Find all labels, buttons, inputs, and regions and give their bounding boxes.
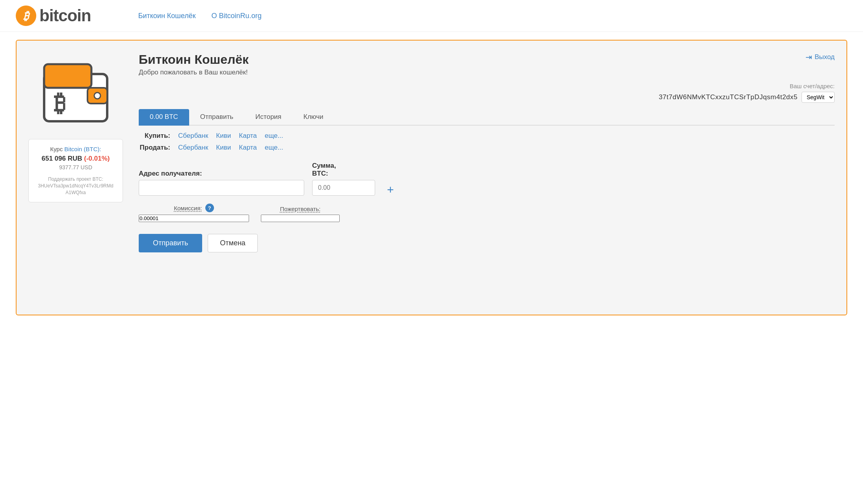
support-text: Поддержать проект BТС: 3HUeVTsa3pw1dNcqY… bbox=[37, 176, 115, 196]
logout-button[interactable]: ⇥ Выход bbox=[805, 52, 835, 62]
buy-sberbank-link[interactable]: Сбербанк bbox=[178, 132, 208, 140]
amount-input[interactable] bbox=[312, 180, 375, 196]
recipient-label: Адрес получателя: bbox=[139, 170, 304, 178]
address-row: Ваш счет/адрес: 37t7dW6NMvKTCxxzuTCSrTpD… bbox=[139, 83, 835, 103]
wallet-illustration: ₿ bbox=[36, 52, 115, 131]
address-amount-row: Адрес получателя: Сумма, BTC: + bbox=[139, 162, 835, 196]
address-type-select[interactable]: SegWit Legacy P2SH bbox=[802, 92, 835, 103]
main-container: ₿ Курс Bitcoin (BTC): 651 096 RUB (-0.01… bbox=[16, 40, 847, 315]
sell-label: Продать: bbox=[139, 144, 170, 152]
bitcoin-logo-icon: ₿ bbox=[16, 6, 36, 26]
address-value-row: 37t7dW6NMvKTCxxzuTCSrTpDJqsm4t2dx5 SegWi… bbox=[659, 92, 835, 103]
svg-rect-1 bbox=[44, 64, 91, 88]
price-box: Курс Bitcoin (BTC): 651 096 RUB (-0.01%)… bbox=[28, 139, 123, 202]
tab-balance[interactable]: 0.00 BTC bbox=[139, 109, 189, 126]
recipient-input[interactable] bbox=[139, 180, 304, 196]
welcome-text: Добро пожаловать в Ваш кошелёк! bbox=[139, 69, 249, 76]
header: ₿ bitcoin Биткоин Кошелёк О BitcoinRu.or… bbox=[0, 0, 863, 32]
sell-row: Продать: Сбербанк Киви Карта еще... bbox=[139, 144, 835, 152]
address-value: 37t7dW6NMvKTCxxzuTCSrTpDJqsm4t2dx5 bbox=[659, 93, 798, 101]
sell-more-link[interactable]: еще... bbox=[265, 144, 283, 152]
logo-area: ₿ bitcoin bbox=[16, 6, 91, 26]
tab-keys[interactable]: Ключи bbox=[292, 109, 335, 126]
buy-label: Купить: bbox=[139, 132, 170, 140]
donate-input[interactable] bbox=[261, 215, 340, 222]
donate-group: Пожертвовать: bbox=[261, 206, 340, 222]
tab-send[interactable]: Отправить bbox=[189, 109, 244, 126]
logout-icon: ⇥ bbox=[805, 52, 812, 62]
buy-kiwi-link[interactable]: Киви bbox=[216, 132, 231, 140]
action-buttons: Отправить Отмена bbox=[139, 234, 835, 252]
sell-kiwi-link[interactable]: Киви bbox=[216, 144, 231, 152]
address-label: Ваш счет/адрес: bbox=[790, 83, 835, 89]
fee-donate-row: Комиссия: ? 0.00001 Пожертвовать: bbox=[139, 204, 835, 222]
buy-row: Купить: Сбербанк Киви Карта еще... bbox=[139, 132, 835, 140]
price-rub: 651 096 RUB (-0.01%) bbox=[37, 155, 115, 163]
recipient-group: Адрес получателя: bbox=[139, 170, 304, 196]
right-content: Биткоин Кошелёк Добро пожаловать в Ваш к… bbox=[139, 52, 835, 303]
tab-bar: 0.00 BTC Отправить История Ключи bbox=[139, 109, 835, 126]
buy-card-link[interactable]: Карта bbox=[239, 132, 257, 140]
wallet-title: Биткоин Кошелёк bbox=[139, 52, 249, 67]
fee-help-icon[interactable]: ? bbox=[205, 204, 214, 212]
amount-label: Сумма, BTC: bbox=[312, 162, 375, 178]
price-usd: 9377.77 USD bbox=[37, 164, 115, 170]
logo-text: bitcoin bbox=[39, 6, 91, 25]
tab-history[interactable]: История bbox=[244, 109, 292, 126]
svg-text:₿: ₿ bbox=[54, 90, 66, 117]
send-button[interactable]: Отправить bbox=[139, 234, 202, 252]
svg-point-3 bbox=[94, 93, 100, 99]
fee-label-row: Комиссия: ? bbox=[174, 204, 214, 212]
cancel-button[interactable]: Отмена bbox=[208, 234, 258, 252]
buy-sell-section: Купить: Сбербанк Киви Карта еще... Прода… bbox=[139, 132, 835, 152]
fee-label: Комиссия: bbox=[174, 205, 202, 211]
wallet-title-group: Биткоин Кошелёк Добро пожаловать в Ваш к… bbox=[139, 52, 249, 76]
nav-about-link[interactable]: О BitcoinRu.org bbox=[212, 12, 262, 20]
donate-label-row: Пожертвовать: bbox=[280, 206, 320, 212]
send-form: Адрес получателя: Сумма, BTC: + Комиссия… bbox=[139, 162, 835, 252]
add-recipient-button[interactable]: + bbox=[383, 184, 398, 196]
price-link[interactable]: Bitcoin (BTC): bbox=[64, 146, 101, 152]
price-change: (-0.01%) bbox=[84, 155, 110, 162]
buy-more-link[interactable]: еще... bbox=[265, 132, 283, 140]
fee-input[interactable]: 0.00001 bbox=[139, 215, 249, 222]
nav-links: Биткоин Кошелёк О BitcoinRu.org bbox=[138, 12, 262, 20]
nav-wallet-link[interactable]: Биткоин Кошелёк bbox=[138, 12, 196, 20]
price-label: Курс Bitcoin (BTC): bbox=[37, 146, 115, 152]
sell-card-link[interactable]: Карта bbox=[239, 144, 257, 152]
donate-label: Пожертвовать: bbox=[280, 206, 320, 212]
sell-sberbank-link[interactable]: Сбербанк bbox=[178, 144, 208, 152]
amount-group: Сумма, BTC: bbox=[312, 162, 375, 196]
fee-group: Комиссия: ? 0.00001 bbox=[139, 204, 249, 222]
left-sidebar: ₿ Курс Bitcoin (BTC): 651 096 RUB (-0.01… bbox=[28, 52, 123, 303]
top-row: Биткоин Кошелёк Добро пожаловать в Ваш к… bbox=[139, 52, 835, 76]
